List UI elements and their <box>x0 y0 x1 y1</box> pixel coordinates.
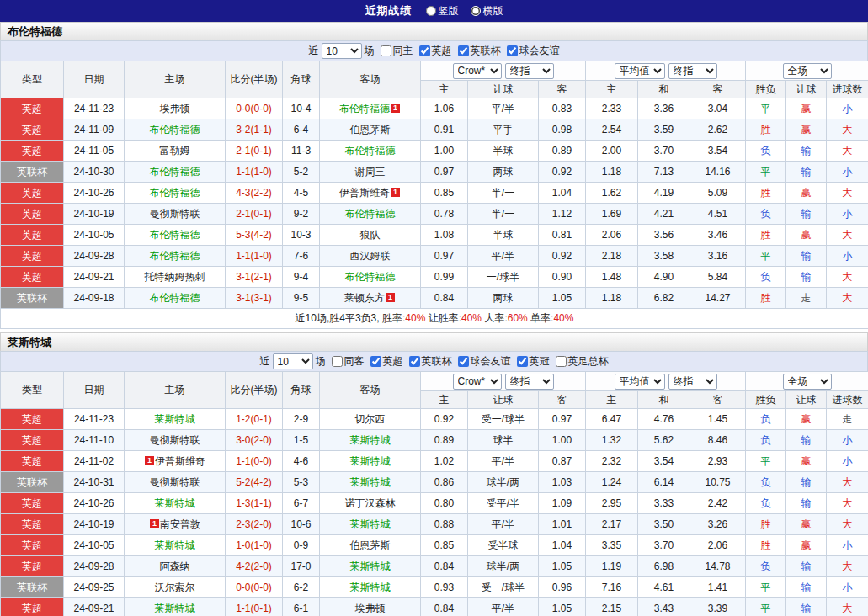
filter-checkbox[interactable] <box>517 356 528 367</box>
corner-cell: 7-6 <box>283 246 320 267</box>
team-name[interactable]: 托特纳姆热刺 <box>145 271 205 283</box>
team-name[interactable]: 曼彻斯特联 <box>150 434 200 446</box>
corner-cell: 1-5 <box>283 430 320 451</box>
header-select[interactable]: 平均值 <box>615 63 665 79</box>
away-team-cell: 埃弗顿 <box>320 598 421 616</box>
filter-checkbox[interactable] <box>332 356 343 367</box>
handicap-cell: 球半/两 <box>468 556 539 577</box>
date-cell: 24-11-09 <box>64 119 125 141</box>
team-name[interactable]: 布伦特福德 <box>345 145 396 157</box>
team-name[interactable]: 布伦特福德 <box>150 166 200 178</box>
team-name[interactable]: 阿森纳 <box>160 560 190 572</box>
filter-option[interactable]: 英联杯 <box>403 354 452 369</box>
layout-radio-1[interactable] <box>426 6 436 16</box>
team-name[interactable]: 莱斯特城 <box>155 413 195 425</box>
avg-home-cell: 6.47 <box>586 409 638 430</box>
score-cell: 1-1(0-0) <box>226 451 283 472</box>
header-select[interactable]: 终指 <box>505 63 554 79</box>
filter-option[interactable]: 同主 <box>375 44 413 58</box>
team-name[interactable]: 莱顿东方 <box>344 292 385 304</box>
odds-home-cell: 0.86 <box>421 472 468 493</box>
team-name[interactable]: 富勒姆 <box>160 145 190 157</box>
header-select[interactable]: Crow* <box>453 374 502 390</box>
team-name[interactable]: 伊普斯维奇 <box>155 455 205 467</box>
team-name[interactable]: 莱斯特城 <box>350 455 391 467</box>
team-name[interactable]: 莱斯特城 <box>155 603 195 614</box>
team-name[interactable]: 狼队 <box>360 229 381 241</box>
team-name[interactable]: 曼彻斯特联 <box>150 476 200 488</box>
match-count-select[interactable]: 10 <box>322 43 362 59</box>
team-name[interactable]: 布伦特福德 <box>345 208 396 220</box>
team-name[interactable]: 南安普敦 <box>160 518 200 530</box>
header-select[interactable]: 全场 <box>783 63 832 79</box>
league-type-cell: 英超 <box>1 267 64 288</box>
team-name[interactable]: 莱斯特城 <box>350 434 391 446</box>
team-name[interactable]: 谢周三 <box>355 166 386 178</box>
table-foot: 近10场,胜4平3负3, 胜率:40% 让胜率:40% 大率:60% 单率:40… <box>1 309 868 329</box>
date-cell: 24-10-26 <box>64 493 125 514</box>
team-name[interactable]: 莱斯特城 <box>350 476 391 488</box>
team-name[interactable]: 埃弗顿 <box>160 103 190 114</box>
layout-radio-2[interactable] <box>471 6 481 16</box>
home-team-cell: 布伦特福德 <box>125 162 226 183</box>
header-select[interactable]: 终指 <box>668 63 717 79</box>
team-name[interactable]: 莱斯特城 <box>350 560 391 572</box>
team-name[interactable]: 曼彻斯特联 <box>150 208 200 220</box>
date-cell: 24-11-23 <box>64 98 125 119</box>
team-name[interactable]: 布伦特福德 <box>339 103 390 114</box>
score-cell: 3-1(2-1) <box>226 267 283 288</box>
layout-option[interactable]: 横版 <box>471 4 503 19</box>
team-name[interactable]: 布伦特福德 <box>150 250 200 262</box>
filter-checkbox[interactable] <box>381 45 391 56</box>
filter-checkbox[interactable] <box>458 356 469 367</box>
odds-away-cell: 0.89 <box>539 141 586 162</box>
date-cell: 24-09-28 <box>64 246 125 267</box>
team-name[interactable]: 布伦特福德 <box>345 271 396 283</box>
team-name[interactable]: 切尔西 <box>355 413 386 425</box>
corner-cell: 5-2 <box>283 162 320 183</box>
filter-option[interactable]: 英联杯 <box>452 44 501 58</box>
filter-option-label: 球会友谊 <box>471 354 511 369</box>
avg-away-cell: 2.06 <box>690 535 746 556</box>
team-name[interactable]: 布伦特福德 <box>150 229 200 241</box>
filter-option[interactable]: 英超 <box>365 354 403 369</box>
team-name[interactable]: 西汉姆联 <box>350 250 391 262</box>
layout-option[interactable]: 竖版 <box>426 4 459 19</box>
team-name[interactable]: 莱斯特城 <box>155 497 195 509</box>
team-name[interactable]: 伯恩茅斯 <box>350 124 391 135</box>
header-select[interactable]: Crow* <box>453 63 502 79</box>
filter-checkbox[interactable] <box>556 356 567 367</box>
filter-checkbox[interactable] <box>507 45 518 56</box>
filter-option[interactable]: 英冠 <box>511 354 550 369</box>
team-name[interactable]: 布伦特福德 <box>150 124 200 135</box>
filter-checkbox[interactable] <box>419 45 430 56</box>
filter-checkbox[interactable] <box>458 45 469 56</box>
filter-option[interactable]: 球会友谊 <box>452 354 511 369</box>
filter-option[interactable]: 球会友谊 <box>501 44 560 58</box>
team-name[interactable]: 莱斯特城 <box>350 581 391 593</box>
avg-home-cell: 7.16 <box>586 577 638 598</box>
team-name[interactable]: 布伦特福德 <box>150 292 200 304</box>
filter-checkbox[interactable] <box>370 356 381 367</box>
match-count-select[interactable]: 10 <box>273 353 313 369</box>
team-name[interactable]: 伊普斯维奇 <box>339 187 390 199</box>
team-name[interactable]: 莱斯特城 <box>350 518 391 530</box>
team-name[interactable]: 诺丁汉森林 <box>345 497 396 509</box>
filter-option[interactable]: 英超 <box>413 44 452 58</box>
filter-option[interactable]: 英足总杯 <box>550 354 609 369</box>
header-select[interactable]: 全场 <box>783 374 832 390</box>
filter-option[interactable]: 同客 <box>326 354 365 369</box>
team-name[interactable]: 伯恩茅斯 <box>350 539 391 551</box>
team-name[interactable]: 布伦特福德 <box>150 187 200 199</box>
team-name[interactable]: 沃尔索尔 <box>155 581 195 593</box>
filter-checkbox[interactable] <box>409 356 420 367</box>
corner-cell: 5-3 <box>283 472 320 493</box>
team-name[interactable]: 莱斯特城 <box>155 539 195 551</box>
team-name[interactable]: 埃弗顿 <box>355 603 386 614</box>
corner-cell: 6-7 <box>283 493 320 514</box>
header-select[interactable]: 平均值 <box>615 374 665 390</box>
header-select[interactable]: 终指 <box>505 374 554 390</box>
sub-column-header: 进球数 <box>827 81 868 98</box>
odds-away-cell: 0.83 <box>539 98 586 119</box>
header-select[interactable]: 终指 <box>668 374 717 390</box>
